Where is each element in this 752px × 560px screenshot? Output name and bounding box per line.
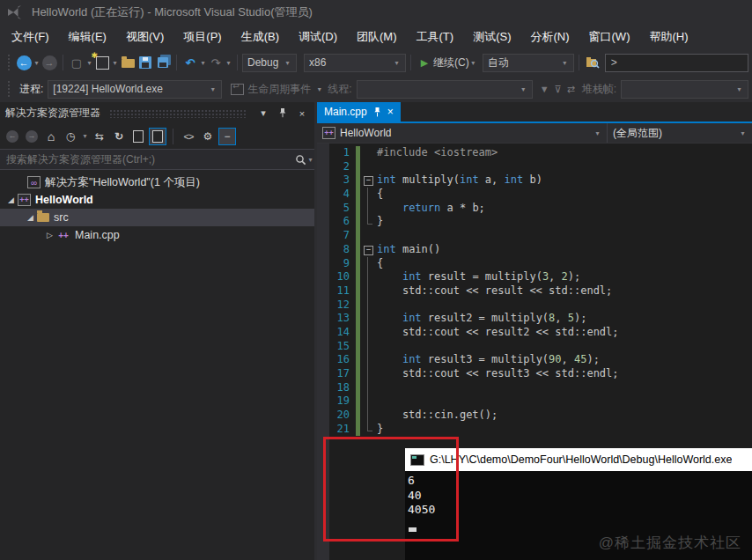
continue-play-icon[interactable]: ▶: [416, 54, 433, 71]
undo-button[interactable]: ↶: [181, 54, 199, 71]
window-position-chevron-icon[interactable]: ▾: [256, 107, 270, 119]
filter-icon[interactable]: ▼: [540, 84, 549, 94]
pin-icon[interactable]: [373, 107, 381, 117]
collapse-all-documents-button[interactable]: [129, 128, 147, 145]
navigate-forward-button[interactable]: →: [41, 54, 58, 71]
stack-frame-combo[interactable]: ▾: [621, 80, 748, 99]
search-icon[interactable]: [295, 154, 306, 166]
code-line[interactable]: 14 std::cout << result2 << std::endl;: [317, 326, 752, 340]
navigate-back-dropdown[interactable]: ▾: [33, 59, 41, 67]
lifecycle-dropdown[interactable]: ▾: [315, 85, 323, 93]
tree-item-solution[interactable]: ∞解决方案"HelloWorld"(1 个项目): [0, 173, 314, 191]
auto-combo[interactable]: 自动 ▾: [483, 54, 574, 72]
lifecycle-events-button[interactable]: 生命周期事件: [247, 82, 311, 97]
process-combo[interactable]: [19224] HelloWorld.exe ▾: [48, 80, 222, 99]
code-line[interactable]: 6}: [317, 215, 752, 229]
preview-selected-items-button[interactable]: −: [218, 128, 236, 145]
tree-item-src[interactable]: ◢src: [0, 209, 314, 226]
solution-configuration-combo[interactable]: Debug ▾: [242, 54, 297, 72]
search-options-dropdown[interactable]: ▾: [306, 156, 314, 164]
collapse-region-icon[interactable]: −: [360, 173, 375, 188]
find-in-files-button[interactable]: [584, 54, 601, 71]
se-back-button[interactable]: ←: [4, 128, 21, 145]
sync-with-active-document-button[interactable]: ⇆: [91, 128, 108, 145]
new-project-dropdown[interactable]: ▾: [111, 59, 119, 67]
expanded-arrow-icon[interactable]: ◢: [4, 195, 18, 204]
code-line[interactable]: 5 return a * b;: [317, 202, 752, 216]
global-scope-combo[interactable]: (全局范围) ▾: [608, 123, 752, 143]
toolbar-grip[interactable]: [7, 54, 11, 71]
menu-item[interactable]: 测试(S): [463, 25, 520, 49]
flag-threads-icon[interactable]: ⇄: [567, 84, 575, 95]
menu-item[interactable]: 团队(M): [347, 25, 407, 49]
save-all-button[interactable]: [154, 54, 172, 71]
command-search-box[interactable]: [605, 54, 748, 72]
menu-item[interactable]: 视图(V): [116, 25, 173, 49]
undo-dropdown[interactable]: ▾: [199, 59, 207, 67]
command-search-input[interactable]: [606, 56, 748, 69]
refresh-icon[interactable]: ↻: [110, 128, 128, 145]
menu-item[interactable]: 编辑(E): [59, 25, 116, 49]
code-line[interactable]: 10 int result = multiply(3, 2);: [317, 270, 752, 284]
code-line[interactable]: 18: [317, 381, 752, 395]
code-line[interactable]: 11 std::cout << result << std::endl;: [317, 284, 752, 298]
tree-item-helloworld[interactable]: ◢++HelloWorld: [0, 191, 314, 209]
menu-item[interactable]: 工具(T): [407, 25, 464, 49]
navigate-back-button[interactable]: ←: [15, 54, 33, 71]
close-icon[interactable]: ×: [387, 106, 394, 118]
code-line[interactable]: 4{: [317, 188, 752, 202]
recent-files-dropdown[interactable]: ▾: [85, 59, 93, 67]
close-icon[interactable]: ×: [295, 108, 309, 119]
view-code-icon[interactable]: <>: [180, 128, 197, 145]
toolbar-grip[interactable]: [7, 80, 11, 98]
code-line[interactable]: 3−int multiply(int a, int b): [317, 173, 752, 188]
solution-platform-combo[interactable]: x86 ▾: [304, 54, 406, 72]
code-line[interactable]: 15: [317, 340, 752, 354]
redo-button[interactable]: ↷: [207, 54, 225, 71]
save-button[interactable]: [136, 54, 154, 71]
code-line[interactable]: 19: [317, 394, 752, 409]
tab-main-cpp[interactable]: Main.cpp ×: [317, 102, 401, 122]
new-project-button[interactable]: [93, 54, 111, 71]
continue-dropdown[interactable]: ▾: [469, 59, 477, 67]
code-line[interactable]: 8−int main(): [317, 243, 752, 257]
open-file-button[interactable]: [119, 54, 136, 71]
tree-item-main-cpp[interactable]: ▷++Main.cpp: [0, 226, 314, 244]
filter-dropdown[interactable]: ▾: [81, 132, 89, 140]
code-line[interactable]: 1#include <iostream>: [317, 146, 752, 160]
code-line[interactable]: 9{: [317, 257, 752, 271]
menu-item[interactable]: 帮助(H): [639, 25, 697, 49]
project-scope-combo[interactable]: ++ HelloWorld ▾: [317, 123, 608, 143]
menu-item[interactable]: 调试(D): [289, 25, 347, 49]
code-line[interactable]: 2: [317, 160, 752, 174]
code-line[interactable]: 20 std::cin.get();: [317, 409, 752, 423]
collapsed-arrow-icon[interactable]: ▷: [43, 231, 56, 239]
redo-dropdown[interactable]: ▾: [225, 59, 232, 67]
search-input[interactable]: [0, 153, 295, 166]
solution-explorer-search[interactable]: ▾: [0, 149, 314, 170]
se-forward-button[interactable]: →: [23, 128, 41, 145]
code-line[interactable]: 7: [317, 229, 752, 243]
show-all-files-button[interactable]: [149, 128, 166, 145]
collapse-region-icon[interactable]: −: [360, 243, 375, 257]
clear-filter-icon[interactable]: ⊽: [555, 84, 562, 95]
code-line[interactable]: 13 int result2 = multiply(8, 5);: [317, 312, 752, 326]
console-title-bar[interactable]: G:\LHY\C\demo\DemoFour\HelloWorld\Debug\…: [405, 448, 752, 471]
pin-icon[interactable]: [276, 107, 290, 120]
continue-button[interactable]: 继续(C): [433, 55, 469, 70]
menu-item[interactable]: 项目(P): [173, 25, 231, 49]
home-icon[interactable]: ⌂: [42, 128, 60, 145]
menu-item[interactable]: 窗口(W): [579, 25, 640, 49]
menu-item[interactable]: 生成(B): [232, 25, 289, 49]
recent-files-button[interactable]: ▢: [68, 54, 85, 71]
pending-changes-filter-button[interactable]: ◷: [62, 128, 79, 145]
code-line[interactable]: 16 int result3 = multiply(90, 45);: [317, 353, 752, 367]
expanded-arrow-icon[interactable]: ◢: [24, 213, 37, 222]
menu-item[interactable]: 分析(N): [520, 25, 579, 49]
menu-item[interactable]: 文件(F): [2, 25, 59, 49]
code-line[interactable]: 21}: [317, 423, 752, 437]
thread-combo[interactable]: ▾: [357, 80, 533, 99]
properties-wrench-icon[interactable]: ⚙: [199, 128, 217, 145]
code-line[interactable]: 17 std::cout << result3 << std::endl;: [317, 367, 752, 381]
code-line[interactable]: 12: [317, 298, 752, 313]
